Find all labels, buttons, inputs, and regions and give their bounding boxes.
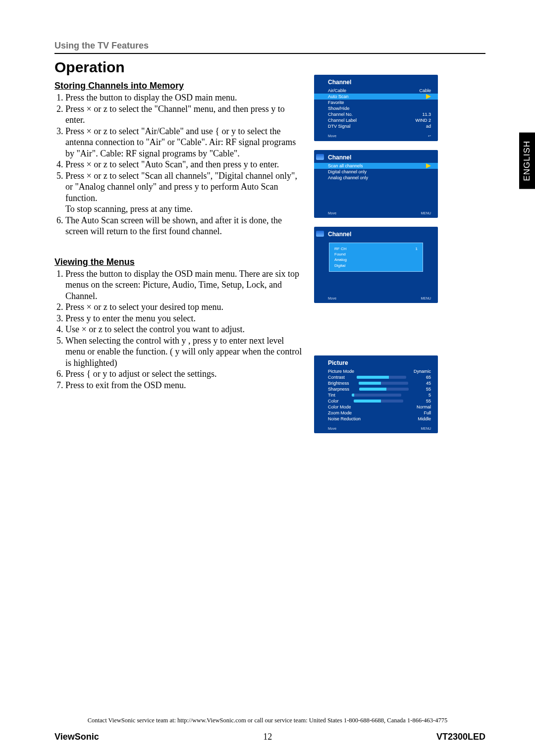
osd-label: Color Mode	[328, 404, 351, 409]
osd-row: Picture ModeDynamic	[314, 368, 438, 374]
step: Use × or z to select the control you wan…	[65, 324, 302, 335]
osd-row: Air/Cable Cable	[314, 88, 438, 94]
osd-foot-left: Move	[328, 211, 336, 215]
osd-label: Scan all channels	[328, 163, 363, 168]
menu-flag-icon	[316, 231, 324, 237]
osd-label: Favorite	[328, 100, 344, 105]
storing-heading: Storing Channels into Memory	[54, 81, 302, 91]
osd-value: Full	[418, 410, 431, 415]
osd-label: Sharpness	[328, 387, 349, 392]
step-text: Press × or z to select "Scan all channel…	[65, 171, 297, 203]
osd-footer: Move MENU	[314, 206, 438, 217]
osd-row: Digital channel only	[314, 169, 438, 175]
step: Press × or z to select "Air/Cable" and u…	[65, 126, 302, 159]
osd-value: Cable	[419, 88, 431, 93]
osd-value: 55	[418, 387, 431, 392]
step: Press × or z to select "Auto Scan", and …	[65, 159, 302, 170]
contact-line: Contact ViewSonic service team at: http:…	[0, 717, 535, 724]
footer-page: 12	[263, 732, 272, 742]
osd-label: Analog channel only	[328, 175, 368, 180]
osd-title: Channel	[314, 75, 438, 88]
footer-brand: ViewSonic	[54, 732, 99, 742]
scan-box: RF CH1 Found Analog Digital	[329, 243, 423, 272]
step: The Auto Scan screen will be shown, and …	[65, 215, 302, 237]
osd-label: Air/Cable	[328, 88, 346, 93]
osd-row: Color ModeNormal	[314, 404, 438, 410]
osd-row-selected: Auto Scan	[314, 94, 438, 100]
osd-picture: Picture Picture ModeDynamicContrast65Bri…	[314, 355, 438, 433]
footer-model: VT2300LED	[436, 732, 485, 742]
osd-value: Dynamic	[414, 369, 431, 374]
osd-value: WIND 2	[416, 118, 431, 123]
osd-channel: Channel Air/Cable Cable Auto Scan Favori…	[314, 75, 438, 141]
step: Press y to enter the menu you select.	[65, 313, 302, 324]
language-tab: ENGLISH	[519, 133, 535, 189]
osd-row: Channel No.11.3	[314, 111, 438, 117]
osd-value: 45	[418, 381, 431, 386]
osd-label: Contrast	[328, 375, 345, 380]
return-icon: ↩	[428, 134, 431, 138]
step: Press × or z to select your desired top …	[65, 302, 302, 313]
scan-label: Found	[334, 252, 346, 257]
osd-row-selected: Scan all channels	[314, 163, 438, 169]
osd-value: ad	[426, 124, 431, 129]
slider-bar	[359, 388, 409, 391]
page-title: Operation	[54, 59, 485, 76]
osd-foot-left: Move	[328, 297, 336, 300]
osd-title: Picture	[314, 355, 438, 368]
osd-foot-right: MENU	[421, 427, 431, 430]
osd-label: Digital channel only	[328, 169, 367, 174]
osd-label: Brightness	[328, 381, 349, 386]
osd-label: Picture Mode	[328, 369, 354, 374]
osd-row: Analog channel only	[314, 175, 438, 181]
osd-label: Tint	[328, 393, 335, 398]
osd-label: Auto Scan	[328, 94, 349, 99]
osd-title: Channel	[314, 150, 438, 163]
osd-scan-menu: Channel Scan all channels Digital channe…	[314, 150, 438, 218]
step: Press × or z to select "Scan all channel…	[65, 170, 302, 215]
menu-flag-icon	[316, 154, 324, 160]
osd-title: Channel	[314, 227, 438, 240]
scan-value: 1	[416, 246, 418, 252]
arrow-right-icon	[426, 94, 431, 99]
osd-row: Zoom ModeFull	[314, 410, 438, 416]
osd-row: Brightness45	[314, 380, 438, 386]
osd-label: Show/Hide	[328, 106, 350, 111]
step: Press the button to display the OSD main…	[65, 268, 302, 302]
osd-value: Normal	[417, 404, 431, 409]
osd-footer: Move MENU	[314, 422, 438, 432]
osd-label: DTV Signal	[328, 124, 351, 129]
arrow-right-icon	[426, 163, 431, 168]
osd-footer: Move MENU	[314, 292, 438, 302]
osd-label: Noise Reduction	[328, 416, 361, 421]
slider-bar	[354, 400, 403, 403]
osd-value: 5	[418, 393, 431, 398]
step: Press the button to display the OSD main…	[65, 92, 302, 103]
osd-scan-progress: Channel RF CH1 Found Analog Digital Move…	[314, 227, 438, 303]
osd-foot-left: Move	[328, 427, 336, 430]
scan-label: RF CH	[334, 246, 346, 252]
slider-bar	[352, 394, 401, 397]
footer: ViewSonic 12 VT2300LED	[54, 732, 485, 742]
storing-steps: Press the button to display the OSD main…	[54, 92, 302, 237]
osd-row: Tint5	[314, 392, 438, 398]
step: Press { or y to adjust or select the set…	[65, 368, 302, 380]
osd-label: Color	[328, 399, 339, 403]
osd-value: 55	[418, 399, 431, 403]
scan-label: Digital	[334, 263, 345, 268]
section-header: Using the TV Features	[54, 41, 485, 54]
osd-row: DTV Signalad	[314, 123, 438, 129]
osd-row: Channel LabelWIND 2	[314, 117, 438, 123]
step: Press × or z to select the "Channel" men…	[65, 103, 302, 126]
slider-bar	[359, 382, 408, 385]
osd-footer: Move ↩	[314, 129, 438, 140]
scan-label: Analog	[334, 257, 347, 262]
osd-row: Contrast65	[314, 374, 438, 380]
viewing-heading: Viewing the Menus	[54, 257, 302, 267]
osd-value: 11.3	[422, 112, 431, 117]
step: When selecting the control with y , pres…	[65, 335, 302, 369]
osd-label: Channel No.	[328, 112, 353, 117]
osd-foot-right: MENU	[421, 211, 431, 215]
osd-label: Channel Label	[328, 118, 357, 123]
osd-row: Sharpness55	[314, 386, 438, 392]
